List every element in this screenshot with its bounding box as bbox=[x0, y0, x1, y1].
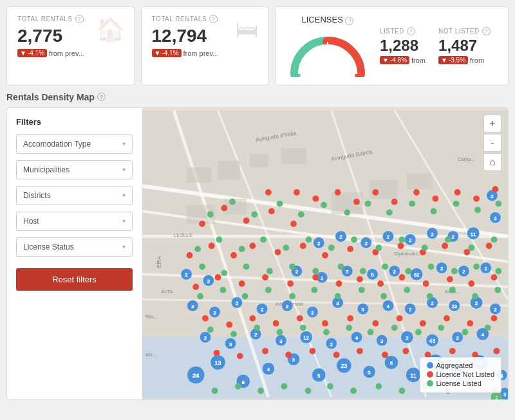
svg-point-266 bbox=[405, 268, 411, 274]
filters-panel: Filters Accomodation Type ▾ Municipaliti… bbox=[7, 108, 142, 399]
rental2-change: ▼ -4.1% from prev... bbox=[152, 49, 258, 57]
svg-text:2: 2 bbox=[254, 332, 257, 338]
map-area[interactable]: Avinguda d'Italia Avinguda Balmis LLOLLS… bbox=[142, 108, 508, 399]
svg-point-196 bbox=[357, 276, 363, 282]
listed-label: LISTED ? bbox=[380, 27, 426, 35]
svg-text:22: 22 bbox=[451, 304, 457, 309]
not-listed-stat: NOT LISTED ? 1,487 ▼ -3.5% from bbox=[438, 27, 491, 64]
svg-point-289 bbox=[300, 324, 306, 331]
svg-point-230 bbox=[229, 198, 236, 205]
listed-legend-label: License Listed bbox=[436, 379, 482, 387]
svg-point-271 bbox=[197, 293, 203, 299]
districts-dropdown[interactable]: Districts ▾ bbox=[16, 186, 133, 205]
svg-point-243 bbox=[194, 246, 201, 252]
svg-point-175 bbox=[187, 252, 193, 259]
svg-text:4: 4 bbox=[482, 332, 485, 338]
svg-text:2: 2 bbox=[261, 307, 263, 313]
host-dropdown[interactable]: Host ▾ bbox=[16, 212, 133, 231]
svg-point-238 bbox=[409, 200, 415, 206]
svg-text:43: 43 bbox=[429, 338, 436, 344]
legend-item-not-listed: Licence Not Listed bbox=[427, 370, 495, 378]
svg-point-212 bbox=[420, 320, 426, 326]
svg-point-251 bbox=[375, 244, 382, 251]
reset-filters-button[interactable]: Reset filters bbox=[16, 268, 133, 291]
svg-point-300 bbox=[258, 387, 264, 394]
gauge-svg bbox=[286, 29, 370, 77]
svg-point-260 bbox=[267, 268, 273, 274]
svg-point-241 bbox=[474, 206, 481, 213]
svg-text:3: 3 bbox=[292, 357, 295, 363]
svg-point-205 bbox=[249, 315, 256, 321]
svg-point-292 bbox=[368, 329, 374, 335]
svg-point-303 bbox=[327, 383, 333, 389]
licenses-card: LICENSES ? LISTED ? bbox=[275, 6, 509, 86]
licenses-detail: LISTED ? 1,288 ▼ -4.8% from NOT LISTED ?… bbox=[380, 27, 491, 64]
accommodation-type-dropdown[interactable]: Accomodation Type ▾ bbox=[16, 134, 133, 154]
svg-point-290 bbox=[323, 329, 330, 335]
svg-point-281 bbox=[427, 293, 433, 299]
svg-point-173 bbox=[473, 195, 480, 201]
svg-point-210 bbox=[372, 320, 379, 326]
svg-point-219 bbox=[285, 351, 292, 358]
svg-point-170 bbox=[413, 189, 420, 196]
svg-text:11: 11 bbox=[410, 372, 417, 378]
top-stats-bar: TOTAL RENTALS ? 2,775 ▼ -4.1% from prev.… bbox=[0, 0, 515, 92]
zoom-in-button[interactable]: + bbox=[483, 114, 501, 132]
svg-text:2: 2 bbox=[204, 335, 207, 341]
svg-point-199 bbox=[423, 280, 429, 287]
svg-point-162 bbox=[290, 221, 297, 227]
chevron-down-icon: ▾ bbox=[122, 166, 126, 173]
home-button[interactable]: ⌂ bbox=[483, 153, 501, 171]
chevron-down-icon: ▾ bbox=[122, 140, 126, 147]
svg-point-272 bbox=[220, 286, 226, 293]
svg-point-203 bbox=[202, 315, 209, 321]
licenses-label: LICENSES ? bbox=[302, 15, 354, 25]
svg-point-276 bbox=[311, 286, 317, 293]
municipalities-dropdown[interactable]: Municipalities ▾ bbox=[16, 160, 133, 179]
svg-point-174 bbox=[492, 186, 499, 192]
svg-point-167 bbox=[353, 198, 360, 205]
svg-point-228 bbox=[493, 347, 500, 354]
svg-point-207 bbox=[297, 315, 303, 321]
svg-text:2: 2 bbox=[321, 275, 323, 281]
svg-text:8: 8 bbox=[336, 300, 339, 306]
svg-point-233 bbox=[298, 211, 304, 217]
svg-point-158 bbox=[199, 221, 205, 227]
map-container: Filters Accomodation Type ▾ Municipaliti… bbox=[6, 107, 509, 400]
svg-text:11: 11 bbox=[471, 231, 476, 237]
svg-point-242 bbox=[495, 200, 501, 206]
svg-text:3: 3 bbox=[279, 338, 283, 344]
svg-point-261 bbox=[289, 263, 295, 269]
svg-point-215 bbox=[491, 315, 498, 321]
svg-text:2: 2 bbox=[364, 241, 367, 246]
svg-text:2: 2 bbox=[491, 193, 493, 199]
listed-info-icon[interactable]: ? bbox=[407, 27, 415, 35]
license-status-dropdown[interactable]: License Status ▾ bbox=[16, 237, 133, 257]
rental1-info-icon[interactable]: ? bbox=[75, 15, 84, 23]
svg-point-257 bbox=[199, 263, 205, 269]
map-info-icon[interactable]: ? bbox=[97, 93, 106, 101]
svg-point-184 bbox=[398, 242, 404, 249]
licenses-info-icon[interactable]: ? bbox=[345, 17, 353, 25]
zoom-out-button[interactable]: - bbox=[483, 134, 501, 152]
not-listed-info-icon[interactable]: ? bbox=[482, 27, 491, 35]
svg-text:2: 2 bbox=[495, 395, 498, 399]
svg-text:5: 5 bbox=[371, 272, 374, 278]
svg-point-163 bbox=[265, 189, 272, 196]
svg-point-273 bbox=[242, 293, 248, 299]
rental2-info-icon[interactable]: ? bbox=[209, 15, 218, 23]
svg-text:2: 2 bbox=[236, 300, 238, 306]
svg-text:5: 5 bbox=[317, 372, 321, 378]
svg-point-297 bbox=[485, 324, 491, 331]
map-title: Rentals Density Map ? bbox=[6, 92, 509, 102]
svg-point-195 bbox=[336, 280, 342, 287]
svg-text:3: 3 bbox=[503, 392, 507, 397]
svg-text:2: 2 bbox=[494, 215, 496, 221]
svg-point-198 bbox=[399, 274, 406, 280]
svg-point-201 bbox=[468, 280, 474, 287]
svg-point-220 bbox=[310, 347, 316, 354]
svg-point-288 bbox=[277, 329, 283, 335]
svg-point-282 bbox=[449, 286, 456, 293]
svg-text:2: 2 bbox=[286, 304, 288, 309]
svg-point-265 bbox=[382, 263, 388, 269]
